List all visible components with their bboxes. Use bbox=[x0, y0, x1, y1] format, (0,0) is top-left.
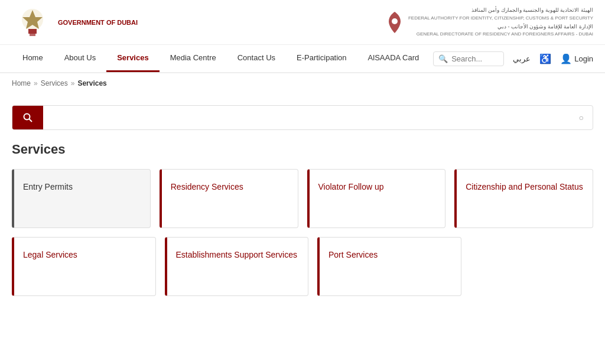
breadcrumb-current: Services bbox=[77, 79, 106, 87]
authority-text-block: الهيئة الاتحادية للهوية والجنسية والجمار… bbox=[408, 6, 593, 38]
card-port-services[interactable]: Port Services bbox=[317, 237, 461, 296]
search-clear-icon[interactable]: ○ bbox=[570, 106, 593, 129]
person-icon: 👤 bbox=[560, 53, 572, 64]
nav-alsaada[interactable]: AlSAADA Card bbox=[357, 45, 430, 72]
card-port-label: Port Services bbox=[328, 249, 378, 261]
nav-search-box[interactable]: 🔍 bbox=[433, 51, 504, 66]
login-button[interactable]: 👤 Login bbox=[560, 53, 593, 64]
card-residency-services[interactable]: Residency Services bbox=[160, 169, 298, 228]
breadcrumb-services-link[interactable]: Services bbox=[41, 79, 68, 87]
breadcrumb: Home » Services » Services bbox=[0, 73, 605, 93]
nav-search-input[interactable] bbox=[451, 54, 499, 63]
card-establishments-support[interactable]: Establishments Support Services bbox=[165, 237, 309, 296]
nav-contact[interactable]: Contact Us bbox=[227, 45, 286, 72]
nav-search-icon: 🔍 bbox=[438, 54, 448, 63]
govt-logo bbox=[12, 6, 53, 38]
svg-point-4 bbox=[392, 18, 398, 24]
search-section: ○ bbox=[0, 93, 605, 136]
breadcrumb-sep-2: » bbox=[71, 79, 75, 87]
card-legal-services[interactable]: Legal Services bbox=[12, 237, 156, 296]
main-search-input[interactable] bbox=[43, 106, 570, 129]
authority-arabic-2: الإدارة العامة للإقامة وشؤون الأجانب - د… bbox=[408, 22, 593, 31]
nav-eparticipation[interactable]: E-Participation bbox=[286, 45, 357, 72]
card-entry-permits[interactable]: Entry Permits bbox=[12, 169, 151, 228]
accessibility-icon[interactable]: ♿ bbox=[539, 53, 551, 64]
authority-english-1: FEDERAL AUTHORITY FOR IDENTITY, CITIZENS… bbox=[408, 15, 593, 22]
authority-arabic-1: الهيئة الاتحادية للهوية والجنسية والجمار… bbox=[408, 6, 593, 14]
cards-row-2: Legal Services Establishments Support Se… bbox=[12, 237, 593, 296]
services-section: Services Entry Permits Residency Service… bbox=[0, 136, 605, 308]
services-title: Services bbox=[12, 142, 593, 157]
govt-name: GOVERNMENT OF DUBAI bbox=[58, 19, 138, 26]
empty-slot bbox=[470, 237, 594, 296]
cards-row-1: Entry Permits Residency Services Violato… bbox=[12, 169, 593, 228]
card-violator-label: Violator Follow up bbox=[318, 181, 384, 193]
nav-services[interactable]: Services bbox=[106, 45, 160, 72]
header: GOVERNMENT OF DUBAI الهيئة الاتحادية لله… bbox=[0, 0, 605, 45]
svg-line-6 bbox=[29, 119, 32, 122]
breadcrumb-home[interactable]: Home bbox=[12, 79, 31, 87]
nav-about[interactable]: About Us bbox=[54, 45, 106, 72]
breadcrumb-sep-1: » bbox=[34, 79, 38, 87]
card-citizenship-label: Citizenship and Personal Status bbox=[466, 181, 583, 193]
arabic-toggle[interactable]: عربي bbox=[513, 54, 531, 63]
cards-grid: Entry Permits Residency Services Violato… bbox=[12, 169, 593, 296]
nav-media[interactable]: Media Centre bbox=[160, 45, 227, 72]
search-button[interactable] bbox=[12, 106, 43, 129]
authority-english-2: GENERAL DIRECTORATE OF RESIDENCY AND FOR… bbox=[408, 31, 593, 38]
card-residency-label: Residency Services bbox=[171, 181, 243, 193]
card-establishments-label: Establishments Support Services bbox=[176, 249, 297, 261]
nav-links: Home About Us Services Media Centre Cont… bbox=[12, 45, 430, 72]
authority-logo: الهيئة الاتحادية للهوية والجنسية والجمار… bbox=[386, 6, 593, 38]
navbar: Home About Us Services Media Centre Cont… bbox=[0, 45, 605, 73]
header-right: الهيئة الاتحادية للهوية والجنسية والجمار… bbox=[386, 6, 593, 38]
govt-text-block: GOVERNMENT OF DUBAI bbox=[58, 19, 138, 26]
card-citizenship[interactable]: Citizenship and Personal Status bbox=[454, 169, 593, 228]
authority-icon bbox=[386, 11, 404, 34]
card-entry-permits-label: Entry Permits bbox=[23, 181, 73, 193]
header-left: GOVERNMENT OF DUBAI bbox=[12, 6, 138, 38]
search-icon bbox=[23, 113, 32, 122]
nav-right: 🔍 عربي ♿ 👤 Login bbox=[433, 51, 593, 66]
nav-home[interactable]: Home bbox=[12, 45, 54, 72]
svg-rect-3 bbox=[30, 34, 35, 36]
login-label: Login bbox=[574, 54, 593, 63]
main-search-bar: ○ bbox=[12, 105, 593, 130]
card-violator-followup[interactable]: Violator Follow up bbox=[307, 169, 446, 228]
card-legal-label: Legal Services bbox=[23, 249, 77, 261]
svg-rect-2 bbox=[28, 29, 37, 34]
